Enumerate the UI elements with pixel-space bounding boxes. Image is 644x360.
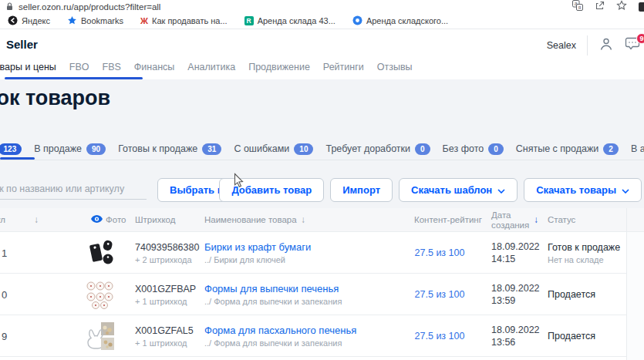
- svg-text:я: я: [578, 5, 582, 10]
- table-row[interactable]: 1 740939586380 + 2 штрихкода Бирки из кр…: [0, 232, 644, 274]
- import-button[interactable]: Импорт: [330, 178, 393, 202]
- nav-tab-finance[interactable]: Финансы: [134, 62, 174, 72]
- green-r-icon: R: [244, 16, 254, 25]
- product-category[interactable]: ../ Форма для выпечки и запекания: [204, 338, 356, 348]
- account-name[interactable]: Sealex: [547, 40, 576, 51]
- product-photo[interactable]: [85, 237, 116, 268]
- search-field-wrap: [0, 180, 147, 200]
- nav-tab-analytics[interactable]: Аналитика: [187, 62, 235, 72]
- bookmark-star-icon[interactable]: [616, 0, 627, 14]
- nav-tab-fbs[interactable]: FBS: [103, 62, 121, 72]
- product-name-link[interactable]: Бирки из крафт бумаги: [204, 241, 311, 253]
- share-icon[interactable]: [595, 0, 605, 14]
- filter-tab-ready[interactable]: Готовы к продаже 31: [118, 143, 221, 155]
- table-row[interactable]: 9 X001GZFAL5 + 1 штрихкод: [0, 315, 644, 357]
- status-extra: Нет на складе: [548, 254, 620, 264]
- bookmark-yandex[interactable]: Яндекс: [8, 15, 50, 27]
- filter-tab-removed[interactable]: Снятые с продажи 2: [516, 143, 619, 155]
- created-time: 13:56: [491, 336, 540, 348]
- status-cell: Продается: [548, 289, 595, 300]
- barcode-cell: X001GZFAL5 + 1 штрихкод: [135, 325, 194, 347]
- col-header-created[interactable]: Дата создания: [491, 210, 531, 230]
- col-header-name[interactable]: Наименование товара: [204, 215, 297, 224]
- star-icon: [67, 15, 77, 27]
- barcode-extra[interactable]: + 2 штрихкода: [135, 254, 199, 264]
- col-header-article[interactable]: Артикул: [0, 215, 5, 224]
- created-time: 14:15: [491, 253, 540, 265]
- created-date: 18.09.2022: [491, 282, 540, 294]
- product-category[interactable]: ../ Бирки для ключей: [204, 255, 311, 264]
- count-badge: 0: [488, 143, 504, 155]
- filter-tab-on-sale[interactable]: В продаже 90: [34, 143, 106, 155]
- seller-logo[interactable]: Seller: [6, 38, 38, 51]
- created-cell: 18.09.2022 13:59: [491, 282, 540, 307]
- nav-tab-fbo[interactable]: FBO: [69, 62, 89, 72]
- table-column-divider: [626, 208, 627, 360]
- created-date: 18.09.2022: [491, 324, 540, 336]
- extension-icon[interactable]: [639, 2, 644, 12]
- col-header-rating: Контент-рейтинг: [414, 215, 482, 224]
- sort-arrow-name-icon[interactable]: ↓: [301, 214, 305, 225]
- sort-arrow-created-icon[interactable]: ↓: [534, 214, 538, 225]
- barcode-extra[interactable]: + 1 штрихкод: [135, 296, 196, 305]
- filter-tab-all[interactable]: Все 123: [0, 143, 22, 155]
- content-rating-link[interactable]: 27.5 из 100: [401, 331, 478, 341]
- bookmark-label: Bookmarks: [81, 16, 123, 25]
- blue-circle-icon: [352, 15, 362, 27]
- product-category[interactable]: ../ Форма для выпечки и запекания: [204, 297, 342, 306]
- bookmark-warehouse-rent-1[interactable]: R Аренда склада 43...: [244, 16, 335, 25]
- barcode-value: X001GZFAL5: [135, 325, 194, 335]
- barcode-extra[interactable]: + 1 штрихкод: [135, 338, 194, 347]
- browser-address-bar[interactable]: seller.ozon.ru/app/products?filter=all a…: [0, 0, 644, 13]
- notification-badge: 9: [636, 33, 644, 44]
- bookmark-bookmarks[interactable]: Bookmarks: [67, 15, 123, 27]
- table-row[interactable]: 0: [0, 274, 644, 315]
- nav-tab-reviews[interactable]: Отзывы: [377, 62, 413, 72]
- col-header-barcode: Штрихкод: [135, 215, 175, 224]
- filter-divider: [0, 160, 644, 160]
- filter-tab-errors[interactable]: С ошибками 10: [234, 143, 313, 155]
- content-rating-link[interactable]: 27.5 из 100: [401, 247, 478, 258]
- download-template-button[interactable]: Скачать шаблон: [399, 178, 518, 202]
- filter-tab-needs-work[interactable]: Требует доработки 0: [325, 143, 430, 155]
- created-time: 13:59: [491, 294, 540, 307]
- filter-tab-no-photo[interactable]: Без фото 0: [443, 143, 504, 155]
- chevron-down-icon: [497, 184, 505, 196]
- bookmark-label: Аренда складского...: [366, 16, 448, 25]
- download-products-button[interactable]: Скачать товары: [524, 178, 642, 202]
- nav-tab-ratings[interactable]: Рейтинги: [323, 62, 364, 72]
- name-cell: Бирки из крафт бумаги ../ Бирки для ключ…: [204, 241, 311, 264]
- status-cell: Продается: [548, 331, 595, 341]
- nav-tab-promotion[interactable]: Продвижение: [248, 62, 310, 72]
- bookmarks-bar: Яндекс Bookmarks Ж Как продавать на... R…: [0, 13, 644, 29]
- bookmark-label: Как продавать на...: [152, 16, 228, 25]
- count-badge: 90: [86, 143, 106, 155]
- nav-tab-products[interactable]: Товары и цены: [0, 62, 56, 72]
- product-name-link[interactable]: Формы для выпечки печенья: [204, 283, 342, 294]
- translate-icon[interactable]: aя: [572, 0, 583, 14]
- count-badge: 2: [603, 143, 619, 155]
- filter-tabs: Все 123 В продаже 90 Готовы к продаже 31…: [0, 140, 644, 157]
- bookmark-how-to-sell[interactable]: Ж Как продавать на...: [140, 16, 228, 25]
- chevron-down-icon: [622, 184, 629, 196]
- bookmark-warehouse-rent-2[interactable]: Аренда складского...: [352, 15, 448, 27]
- content-rating-link[interactable]: 27.5 из 100: [401, 289, 478, 300]
- profile-icon[interactable]: [598, 36, 614, 55]
- product-photo[interactable]: [85, 279, 116, 310]
- sort-arrow-article-icon[interactable]: ↓: [34, 214, 39, 225]
- chat-notifications-icon[interactable]: 9: [625, 37, 640, 54]
- red-glyph-icon: Ж: [140, 17, 148, 25]
- name-cell: Форма для пасхального печенья ../ Форма …: [204, 325, 356, 348]
- created-cell: 18.09.2022 14:15: [491, 241, 540, 265]
- product-photo[interactable]: [85, 321, 116, 352]
- name-cell: Формы для выпечки печенья ../ Форма для …: [204, 283, 342, 306]
- count-badge: 31: [202, 143, 221, 155]
- status-value: Продается: [548, 289, 595, 300]
- filter-tab-archive[interactable]: В архиве 3: [631, 143, 644, 155]
- url-text[interactable]: seller.ozon.ru/app/products?filter=all: [19, 2, 160, 12]
- search-input[interactable]: [0, 180, 147, 198]
- lock-icon: [6, 0, 13, 14]
- barcode-cell: 740939586380 + 2 штрихкода: [135, 241, 199, 264]
- eye-icon[interactable]: [91, 215, 103, 224]
- product-name-link[interactable]: Форма для пасхального печенья: [204, 325, 356, 336]
